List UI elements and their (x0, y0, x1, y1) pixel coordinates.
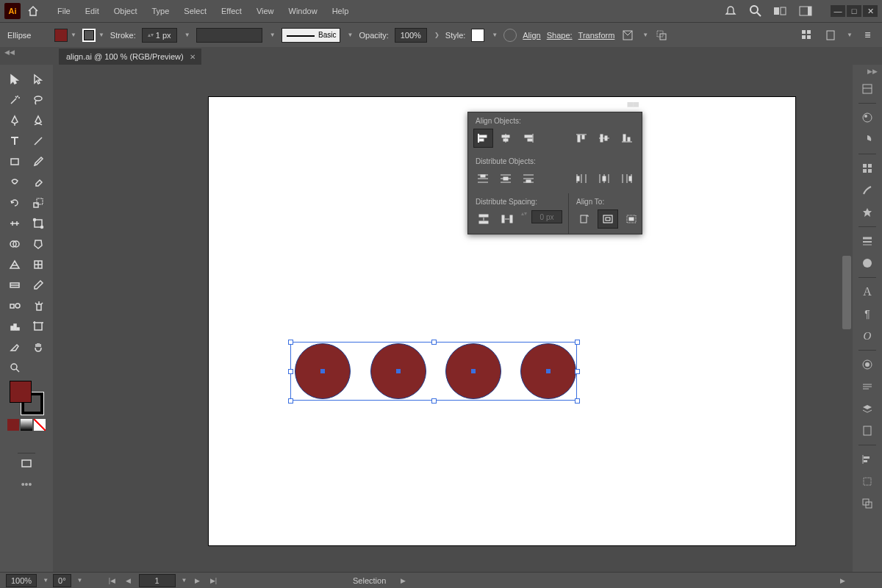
recolor-icon[interactable] (503, 29, 517, 42)
column-graph-tool[interactable] (4, 318, 25, 335)
isolate-icon[interactable] (620, 28, 635, 43)
none-mode-icon[interactable] (34, 419, 46, 431)
align-panel-icon[interactable] (858, 451, 876, 467)
menu-window[interactable]: Window (283, 4, 323, 18)
color-mode-icon[interactable] (7, 419, 19, 431)
style-swatch[interactable] (471, 29, 484, 42)
selection-handle[interactable] (575, 340, 580, 345)
menu-view[interactable]: View (251, 4, 280, 18)
menu-edit[interactable]: Edit (79, 4, 105, 18)
curvature-tool[interactable] (28, 112, 49, 129)
rotate-field[interactable]: 0° (53, 574, 71, 587)
character-A-icon[interactable]: A (858, 284, 876, 300)
search-icon[interactable] (748, 4, 763, 18)
width-tool[interactable] (4, 215, 25, 232)
brush-definition[interactable]: Basic (282, 28, 340, 43)
sel-similar-icon[interactable] (654, 28, 669, 43)
stroke-control[interactable]: ▼ (82, 29, 104, 42)
brushes-panel-icon[interactable] (858, 182, 876, 198)
first-artboard-button[interactable]: |◀ (107, 575, 118, 587)
hand-tool[interactable] (28, 338, 49, 356)
selection-handle[interactable] (288, 369, 293, 374)
transform-panel-icon[interactable] (858, 473, 876, 490)
rotate-tool[interactable] (4, 194, 25, 212)
menu-type[interactable]: Type (146, 4, 176, 18)
scroll-right-button[interactable]: ▶ (836, 575, 848, 587)
gradient-panel-icon[interactable] (858, 255, 876, 271)
vdist-space-button[interactable] (474, 210, 493, 228)
paintbrush-tool[interactable] (28, 153, 49, 171)
selection-tool[interactable] (4, 71, 25, 88)
selection-handle[interactable] (575, 398, 580, 404)
minimize-button[interactable]: — (831, 5, 845, 17)
selection-handle[interactable] (288, 398, 293, 404)
fill-swatch[interactable] (10, 381, 32, 403)
artboard-tool[interactable] (28, 318, 49, 335)
paragraph-panel-icon[interactable]: ¶ (858, 306, 876, 322)
shape-builder-tool[interactable] (4, 235, 25, 253)
rectangle-tool[interactable] (4, 153, 25, 171)
artboard-nav-field[interactable]: 1 (139, 574, 176, 587)
color-guide-panel-icon[interactable] (858, 132, 876, 148)
pathfinder-panel-icon[interactable] (858, 495, 876, 512)
next-artboard-button[interactable]: ▶ (191, 575, 203, 587)
doc-setup-icon[interactable] (823, 28, 838, 43)
asset-export-icon[interactable] (858, 423, 876, 439)
draw-normal-icon[interactable] (14, 435, 26, 447)
stroke-panel-icon[interactable] (858, 233, 876, 249)
color-panel-icon[interactable] (858, 110, 876, 126)
perspective-tool[interactable] (4, 256, 25, 273)
status-popup-button[interactable]: ▶ (397, 575, 409, 587)
hdist-right-button[interactable] (617, 170, 636, 187)
hdist-left-button[interactable] (572, 170, 590, 187)
menu-select[interactable]: Select (178, 4, 212, 18)
transform-link[interactable]: Transform (578, 31, 615, 40)
zoom-tool[interactable] (4, 359, 25, 376)
stroke-weight-input[interactable]: ▴▾1 px (142, 28, 177, 43)
eyedropper-tool[interactable] (28, 276, 49, 294)
close-tab-icon[interactable]: ✕ (190, 53, 196, 61)
zoom-field[interactable]: 100% (6, 574, 37, 587)
align-to-artboard-button[interactable] (598, 210, 617, 228)
screen-mode-icon[interactable] (16, 455, 37, 473)
last-artboard-button[interactable]: ▶| (207, 575, 219, 587)
live-paint-tool[interactable] (28, 235, 49, 253)
menu-file[interactable]: File (51, 4, 76, 18)
shaper-tool[interactable] (4, 173, 25, 191)
magic-wand-tool[interactable] (4, 91, 25, 109)
spacing-input[interactable]: 0 px (531, 210, 562, 223)
var-width-profile[interactable] (196, 28, 262, 43)
align-bottom-button[interactable] (617, 129, 636, 147)
fill-stroke-control[interactable] (10, 381, 43, 415)
opacity-input[interactable]: 100% (395, 28, 427, 43)
canvas-area[interactable]: ▀▀ Align Objects: Distribute Objects: (53, 65, 853, 572)
glyphs-panel-icon[interactable]: O (858, 328, 876, 344)
maximize-button[interactable]: □ (847, 5, 861, 17)
expand-panels-icon[interactable]: ◀◀ (4, 49, 15, 56)
hdist-center-button[interactable] (595, 170, 613, 187)
align-to-key-button[interactable] (622, 210, 641, 228)
shape-link[interactable]: Shape: (547, 31, 573, 40)
collapse-dock-icon[interactable]: ▶▶ (867, 68, 878, 75)
prev-artboard-button[interactable]: ◀ (123, 575, 135, 587)
selection-handle[interactable] (288, 340, 293, 345)
symbol-sprayer-tool[interactable] (28, 297, 49, 315)
vdist-center-button[interactable] (497, 170, 515, 187)
line-tool[interactable] (28, 132, 49, 150)
layers-panel-icon[interactable] (858, 401, 876, 417)
menu-help[interactable]: Help (326, 4, 355, 18)
fill-control[interactable]: ▼ (54, 29, 76, 42)
menu-effect[interactable]: Effect (215, 4, 248, 18)
selection-handle[interactable] (431, 340, 437, 345)
align-left-button[interactable] (474, 129, 492, 147)
free-transform-tool[interactable] (28, 215, 49, 232)
align-right-button[interactable] (520, 129, 538, 147)
document-tab[interactable]: align.ai @ 100 % (RGB/Preview) ✕ (59, 49, 201, 65)
grid-options-icon[interactable] (801, 28, 816, 43)
print-tiling-tool[interactable] (28, 359, 49, 376)
properties-panel-icon[interactable] (858, 81, 876, 97)
hdist-space-button[interactable] (498, 210, 517, 228)
workspace-icon[interactable] (798, 4, 813, 18)
appearance-panel-icon[interactable] (858, 356, 876, 373)
vdist-bottom-button[interactable] (520, 170, 538, 187)
